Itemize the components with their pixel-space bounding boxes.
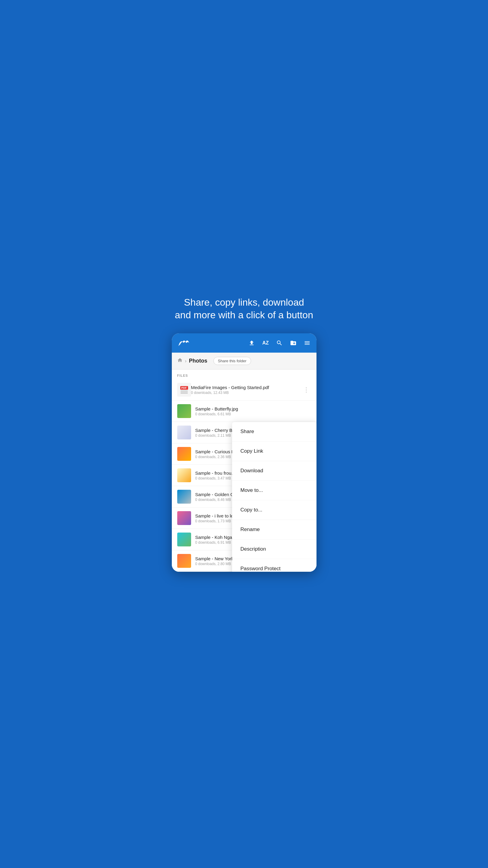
file-thumbnail bbox=[177, 554, 191, 568]
description-menu-item[interactable]: Description bbox=[232, 539, 316, 559]
file-list-with-menu: Sample - Cherry Blossom 0 downloads, 2.1… bbox=[172, 422, 316, 572]
share-menu-item[interactable]: Share bbox=[232, 422, 316, 441]
files-section-label: FILES bbox=[172, 370, 316, 379]
list-item: Sample - Butterfly.jpg 0 downloads, 6.61… bbox=[172, 401, 316, 422]
file-name: MediaFire Images - Getting Started.pdf bbox=[191, 385, 301, 390]
pdf-thumbnail: PDF bbox=[177, 383, 191, 397]
file-more-button[interactable]: ⋮ bbox=[301, 385, 311, 394]
logo-svg bbox=[178, 339, 190, 347]
password-protect-menu-item[interactable]: Password Protect bbox=[232, 559, 316, 572]
download-menu-item[interactable]: Download bbox=[232, 461, 316, 481]
context-menu: Share Copy Link Download Move to... Copy… bbox=[232, 422, 316, 572]
sort-az-icon[interactable]: AZ bbox=[262, 340, 269, 346]
copy-link-menu-item[interactable]: Copy Link bbox=[232, 441, 316, 461]
rename-menu-item[interactable]: Rename bbox=[232, 520, 316, 539]
search-icon[interactable] bbox=[276, 340, 283, 346]
new-folder-icon[interactable] bbox=[290, 340, 297, 346]
file-info: MediaFire Images - Getting Started.pdf 0… bbox=[191, 385, 301, 395]
list-item: PDF MediaFire Images - Getting Started.p… bbox=[172, 379, 316, 401]
file-thumbnail bbox=[177, 490, 191, 504]
upload-icon[interactable] bbox=[248, 340, 255, 346]
nav-icons: AZ bbox=[248, 340, 310, 346]
file-name: Sample - Butterfly.jpg bbox=[195, 406, 311, 411]
file-meta: 0 downloads, 12.43 MB bbox=[191, 391, 301, 395]
file-meta: 0 downloads, 6.61 MB bbox=[195, 412, 311, 416]
headline: Share, copy links, downloadand more with… bbox=[169, 296, 319, 321]
move-to-menu-item[interactable]: Move to... bbox=[232, 481, 316, 500]
file-thumbnail bbox=[177, 468, 191, 482]
breadcrumb-arrow: › bbox=[185, 358, 187, 364]
file-thumbnail bbox=[177, 511, 191, 525]
file-thumbnail bbox=[177, 532, 191, 547]
menu-icon[interactable] bbox=[304, 340, 310, 346]
mediafire-logo bbox=[178, 339, 190, 347]
nav-bar: AZ bbox=[172, 333, 316, 352]
file-thumbnail bbox=[177, 426, 191, 439]
file-info: Sample - Butterfly.jpg 0 downloads, 6.61… bbox=[195, 406, 311, 416]
share-folder-button[interactable]: Share this folder bbox=[213, 357, 251, 365]
home-icon[interactable] bbox=[177, 358, 183, 364]
copy-to-menu-item[interactable]: Copy to... bbox=[232, 500, 316, 520]
outer-wrapper: Share, copy links, downloadand more with… bbox=[166, 296, 323, 572]
file-thumbnail bbox=[177, 404, 191, 418]
phone-frame: AZ › Photos Share this folder bbox=[172, 333, 316, 572]
file-thumbnail bbox=[177, 447, 191, 461]
breadcrumb-current: Photos bbox=[189, 358, 207, 364]
file-list: FILES PDF MediaFire Images - Getting Sta… bbox=[172, 370, 316, 572]
breadcrumb-bar: › Photos Share this folder bbox=[172, 352, 316, 370]
